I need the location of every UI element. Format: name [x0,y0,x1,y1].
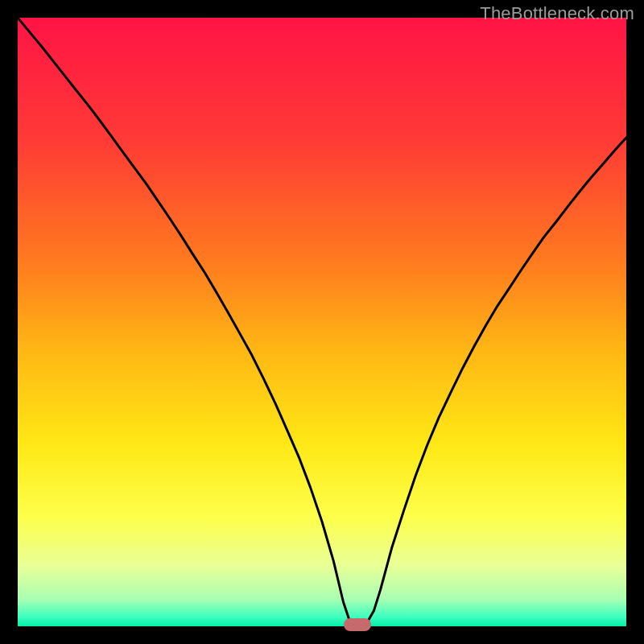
chart-frame: TheBottleneck.com [0,0,644,644]
optimal-marker [344,618,371,631]
gradient-rect [18,18,626,626]
plot-area [18,18,626,626]
watermark-text: TheBottleneck.com [480,3,634,24]
bottleneck-chart [18,18,626,626]
